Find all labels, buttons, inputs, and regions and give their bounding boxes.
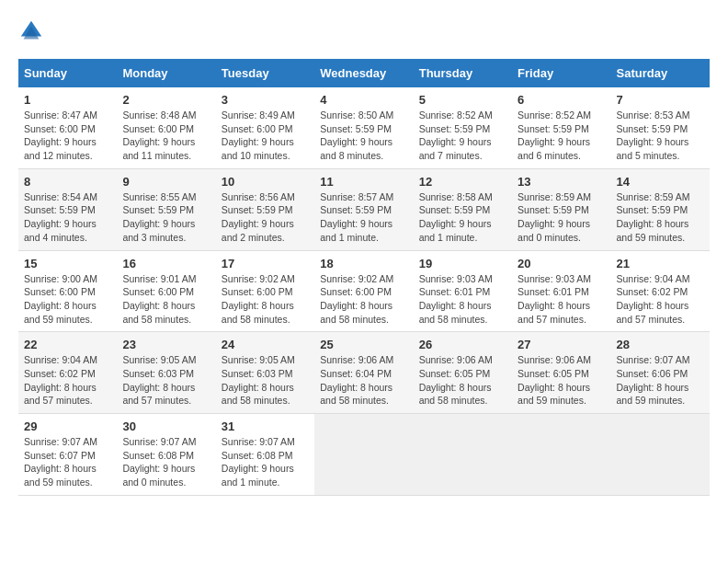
- day-number: 28: [617, 338, 704, 351]
- calendar-cell: [512, 414, 610, 496]
- day-info: Sunrise: 9:03 AMSunset: 6:01 PMDaylight:…: [518, 273, 591, 325]
- day-info: Sunrise: 9:01 AMSunset: 6:00 PMDaylight:…: [122, 273, 196, 325]
- calendar-table: SundayMondayTuesdayWednesdayThursdayFrid…: [18, 59, 710, 496]
- day-number: 27: [518, 338, 605, 351]
- calendar-week-1: 1 Sunrise: 8:47 AMSunset: 6:00 PMDayligh…: [18, 87, 710, 168]
- day-info: Sunrise: 9:07 AMSunset: 6:08 PMDaylight:…: [122, 436, 196, 488]
- day-info: Sunrise: 9:02 AMSunset: 6:00 PMDaylight:…: [222, 273, 295, 325]
- calendar-cell: 17 Sunrise: 9:02 AMSunset: 6:00 PMDaylig…: [216, 250, 314, 332]
- calendar-cell: 7 Sunrise: 8:53 AMSunset: 5:59 PMDayligh…: [611, 87, 710, 168]
- day-info: Sunrise: 9:06 AMSunset: 6:05 PMDaylight:…: [518, 354, 591, 406]
- day-info: Sunrise: 9:03 AMSunset: 6:01 PMDaylight:…: [419, 273, 493, 325]
- column-header-thursday: Thursday: [414, 59, 512, 87]
- day-info: Sunrise: 8:59 AMSunset: 5:59 PMDaylight:…: [518, 191, 591, 243]
- column-header-friday: Friday: [512, 59, 610, 87]
- day-info: Sunrise: 8:55 AMSunset: 5:59 PMDaylight:…: [122, 191, 196, 243]
- logo: [18, 18, 48, 44]
- day-number: 9: [122, 175, 210, 189]
- calendar-cell: 4 Sunrise: 8:50 AMSunset: 5:59 PMDayligh…: [314, 87, 413, 168]
- day-number: 30: [122, 419, 210, 433]
- day-number: 14: [617, 175, 704, 189]
- day-number: 22: [24, 338, 111, 351]
- column-header-tuesday: Tuesday: [216, 59, 314, 87]
- calendar-cell: 5 Sunrise: 8:52 AMSunset: 5:59 PMDayligh…: [414, 87, 512, 168]
- day-number: 23: [122, 338, 210, 351]
- day-info: Sunrise: 8:52 AMSunset: 5:59 PMDaylight:…: [518, 109, 591, 161]
- day-number: 8: [24, 175, 111, 189]
- calendar-cell: 31 Sunrise: 9:07 AMSunset: 6:08 PMDaylig…: [216, 414, 314, 496]
- calendar-cell: 9 Sunrise: 8:55 AMSunset: 5:59 PMDayligh…: [117, 168, 215, 250]
- day-info: Sunrise: 9:05 AMSunset: 6:03 PMDaylight:…: [222, 354, 295, 406]
- calendar-cell: 25 Sunrise: 9:06 AMSunset: 6:04 PMDaylig…: [314, 332, 413, 414]
- day-number: 3: [222, 93, 309, 107]
- day-number: 11: [320, 175, 407, 189]
- calendar-cell: 10 Sunrise: 8:56 AMSunset: 5:59 PMDaylig…: [216, 168, 314, 250]
- calendar-cell: [611, 414, 710, 496]
- day-info: Sunrise: 8:52 AMSunset: 5:59 PMDaylight:…: [419, 109, 493, 161]
- calendar-cell: 15 Sunrise: 9:00 AMSunset: 6:00 PMDaylig…: [18, 250, 117, 332]
- day-info: Sunrise: 8:57 AMSunset: 5:59 PMDaylight:…: [320, 191, 393, 243]
- day-number: 15: [24, 257, 111, 270]
- calendar-cell: 26 Sunrise: 9:06 AMSunset: 6:05 PMDaylig…: [414, 332, 512, 414]
- day-number: 29: [24, 419, 111, 433]
- column-header-saturday: Saturday: [611, 59, 710, 87]
- day-info: Sunrise: 8:49 AMSunset: 6:00 PMDaylight:…: [222, 109, 295, 161]
- calendar-cell: 12 Sunrise: 8:58 AMSunset: 5:59 PMDaylig…: [414, 168, 512, 250]
- calendar-cell: 28 Sunrise: 9:07 AMSunset: 6:06 PMDaylig…: [611, 332, 710, 414]
- calendar-cell: 30 Sunrise: 9:07 AMSunset: 6:08 PMDaylig…: [117, 414, 215, 496]
- day-number: 7: [617, 93, 704, 107]
- day-info: Sunrise: 9:04 AMSunset: 6:02 PMDaylight:…: [617, 273, 690, 325]
- calendar-cell: 24 Sunrise: 9:05 AMSunset: 6:03 PMDaylig…: [216, 332, 314, 414]
- day-number: 6: [518, 93, 605, 107]
- day-number: 12: [419, 175, 506, 189]
- day-number: 16: [122, 257, 210, 270]
- day-info: Sunrise: 9:07 AMSunset: 6:06 PMDaylight:…: [617, 354, 690, 406]
- day-info: Sunrise: 9:00 AMSunset: 6:00 PMDaylight:…: [24, 273, 97, 325]
- column-header-sunday: Sunday: [18, 59, 117, 87]
- day-number: 21: [617, 257, 704, 270]
- calendar-cell: 16 Sunrise: 9:01 AMSunset: 6:00 PMDaylig…: [117, 250, 215, 332]
- day-number: 5: [419, 93, 506, 107]
- page-header: [18, 18, 710, 44]
- calendar-header-row: SundayMondayTuesdayWednesdayThursdayFrid…: [18, 59, 710, 87]
- day-number: 20: [518, 257, 605, 270]
- calendar-cell: 18 Sunrise: 9:02 AMSunset: 6:00 PMDaylig…: [314, 250, 413, 332]
- day-info: Sunrise: 9:06 AMSunset: 6:05 PMDaylight:…: [419, 354, 493, 406]
- calendar-cell: 1 Sunrise: 8:47 AMSunset: 6:00 PMDayligh…: [18, 87, 117, 168]
- calendar-cell: 27 Sunrise: 9:06 AMSunset: 6:05 PMDaylig…: [512, 332, 610, 414]
- calendar-cell: 3 Sunrise: 8:49 AMSunset: 6:00 PMDayligh…: [216, 87, 314, 168]
- column-header-wednesday: Wednesday: [314, 59, 413, 87]
- day-info: Sunrise: 8:48 AMSunset: 6:00 PMDaylight:…: [122, 109, 196, 161]
- logo-icon: [18, 18, 44, 44]
- calendar-week-3: 15 Sunrise: 9:00 AMSunset: 6:00 PMDaylig…: [18, 250, 710, 332]
- day-info: Sunrise: 8:58 AMSunset: 5:59 PMDaylight:…: [419, 191, 493, 243]
- calendar-week-5: 29 Sunrise: 9:07 AMSunset: 6:07 PMDaylig…: [18, 414, 710, 496]
- day-info: Sunrise: 9:06 AMSunset: 6:04 PMDaylight:…: [320, 354, 393, 406]
- day-info: Sunrise: 8:54 AMSunset: 5:59 PMDaylight:…: [24, 191, 97, 243]
- day-info: Sunrise: 9:07 AMSunset: 6:08 PMDaylight:…: [222, 436, 295, 488]
- day-number: 26: [419, 338, 506, 351]
- day-number: 17: [222, 257, 309, 270]
- day-info: Sunrise: 8:59 AMSunset: 5:59 PMDaylight:…: [617, 191, 690, 243]
- day-number: 31: [222, 419, 309, 433]
- calendar-cell: 23 Sunrise: 9:05 AMSunset: 6:03 PMDaylig…: [117, 332, 215, 414]
- calendar-cell: 13 Sunrise: 8:59 AMSunset: 5:59 PMDaylig…: [512, 168, 610, 250]
- calendar-cell: 6 Sunrise: 8:52 AMSunset: 5:59 PMDayligh…: [512, 87, 610, 168]
- day-number: 10: [222, 175, 309, 189]
- calendar-cell: 19 Sunrise: 9:03 AMSunset: 6:01 PMDaylig…: [414, 250, 512, 332]
- day-number: 4: [320, 93, 407, 107]
- calendar-cell: 11 Sunrise: 8:57 AMSunset: 5:59 PMDaylig…: [314, 168, 413, 250]
- day-info: Sunrise: 9:05 AMSunset: 6:03 PMDaylight:…: [122, 354, 196, 406]
- calendar-cell: 21 Sunrise: 9:04 AMSunset: 6:02 PMDaylig…: [611, 250, 710, 332]
- calendar-week-2: 8 Sunrise: 8:54 AMSunset: 5:59 PMDayligh…: [18, 168, 710, 250]
- calendar-week-4: 22 Sunrise: 9:04 AMSunset: 6:02 PMDaylig…: [18, 332, 710, 414]
- day-info: Sunrise: 9:02 AMSunset: 6:00 PMDaylight:…: [320, 273, 393, 325]
- day-number: 18: [320, 257, 407, 270]
- calendar-cell: 22 Sunrise: 9:04 AMSunset: 6:02 PMDaylig…: [18, 332, 117, 414]
- day-info: Sunrise: 8:56 AMSunset: 5:59 PMDaylight:…: [222, 191, 295, 243]
- calendar-cell: [414, 414, 512, 496]
- day-info: Sunrise: 8:47 AMSunset: 6:00 PMDaylight:…: [24, 109, 97, 161]
- day-number: 2: [122, 93, 210, 107]
- calendar-cell: 20 Sunrise: 9:03 AMSunset: 6:01 PMDaylig…: [512, 250, 610, 332]
- calendar-cell: 14 Sunrise: 8:59 AMSunset: 5:59 PMDaylig…: [611, 168, 710, 250]
